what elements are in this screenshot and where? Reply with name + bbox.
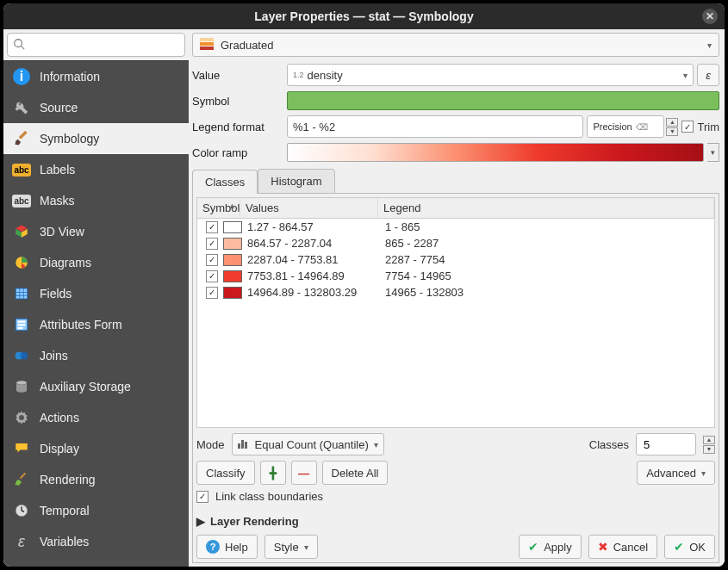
tab-classes[interactable]: Classes: [192, 170, 258, 194]
row-legend[interactable]: 7754 - 14965: [382, 269, 709, 283]
tab-histogram[interactable]: Histogram: [258, 169, 334, 193]
row-swatch[interactable]: [223, 254, 242, 266]
table-row[interactable]: ✓14964.89 - 132803.2914965 - 132803: [197, 284, 714, 300]
precision-select[interactable]: Precision ⌫: [587, 115, 664, 138]
svg-rect-9: [18, 321, 26, 323]
row-swatch[interactable]: [223, 238, 242, 250]
sidebar: i Information Source Symbology abc: [3, 29, 189, 567]
delete-all-button[interactable]: Delete All: [322, 461, 389, 485]
clear-icon[interactable]: ⌫: [636, 122, 648, 132]
row-swatch[interactable]: [223, 221, 242, 233]
nav-joins[interactable]: Joins: [3, 340, 189, 371]
spinner-up-icon[interactable]: ▲: [666, 118, 678, 127]
col-legend[interactable]: Legend: [378, 198, 714, 218]
layer-rendering-label: Layer Rendering: [210, 515, 299, 528]
tabs: Classes Histogram: [192, 169, 719, 194]
row-checkbox[interactable]: ✓: [206, 287, 218, 299]
nav-actions[interactable]: Actions: [3, 402, 189, 433]
expression-button[interactable]: ε: [697, 64, 719, 86]
spinner-down-icon[interactable]: ▼: [666, 127, 678, 136]
svg-rect-25: [245, 442, 247, 449]
value-field-select[interactable]: 1.2 density ▾: [287, 64, 694, 86]
row-legend[interactable]: 14965 - 132803: [382, 285, 709, 300]
close-icon[interactable]: ✕: [702, 9, 718, 24]
nav-rendering[interactable]: Rendering: [3, 464, 189, 495]
svg-point-13: [21, 352, 28, 360]
col-values[interactable]: Values: [240, 198, 378, 218]
nav-3dview[interactable]: 3D View: [3, 216, 189, 247]
row-checkbox[interactable]: ✓: [206, 221, 218, 233]
row-checkbox[interactable]: ✓: [206, 238, 218, 250]
precision-spinner[interactable]: ▲ ▼: [666, 118, 678, 136]
nav-label: Display: [40, 442, 79, 455]
row-legend[interactable]: 2287 - 7754: [382, 252, 709, 267]
nav-labels[interactable]: abc Labels: [3, 154, 189, 185]
link-boundaries-checkbox[interactable]: ✓: [196, 491, 208, 503]
spinner-up-icon[interactable]: ▲: [703, 436, 715, 444]
gear-icon: [12, 408, 31, 427]
precision-control: Precision ⌫ ▲ ▼: [587, 115, 678, 138]
spinner-down-icon[interactable]: ▼: [703, 445, 715, 454]
row-values[interactable]: 1.27 - 864.57: [244, 220, 382, 234]
remove-class-button[interactable]: —: [291, 461, 317, 485]
classes-spinner[interactable]: ▲ ▼: [703, 436, 715, 454]
table-row[interactable]: ✓2287.04 - 7753.812287 - 7754: [197, 251, 714, 268]
row-swatch[interactable]: [223, 287, 242, 299]
nav-masks[interactable]: abc Masks: [3, 185, 189, 216]
svg-rect-22: [200, 46, 214, 50]
style-button[interactable]: Style ▾: [264, 535, 318, 559]
joins-icon: [12, 346, 31, 365]
help-button[interactable]: ? Help: [196, 535, 258, 559]
apply-button[interactable]: ✔ Apply: [519, 535, 582, 559]
layer-rendering-group[interactable]: ▶ Layer Rendering: [196, 515, 715, 528]
plus-icon: ╋: [270, 467, 277, 480]
row-checkbox[interactable]: ✓: [206, 270, 218, 282]
row-values[interactable]: 14964.89 - 132803.29: [244, 285, 382, 300]
ok-button[interactable]: ✔ OK: [664, 535, 715, 559]
cancel-button[interactable]: ✖ Cancel: [588, 535, 657, 559]
classes-count-input[interactable]: [636, 433, 696, 455]
row-checkbox[interactable]: ✓: [206, 254, 218, 266]
classes-table[interactable]: Symbol ▲ Values Legend ✓1.27 - 864.571 -…: [196, 197, 715, 428]
row-values[interactable]: 2287.04 - 7753.81: [244, 252, 382, 267]
nav-source[interactable]: Source: [3, 92, 189, 123]
table-row[interactable]: ✓7753.81 - 14964.897754 - 14965: [197, 268, 714, 284]
advanced-button[interactable]: Advanced ▾: [637, 461, 715, 485]
cube-icon: [12, 222, 31, 241]
nav-label: Auxiliary Storage: [40, 380, 131, 393]
color-ramp-menu[interactable]: ▾: [707, 143, 719, 162]
add-class-button[interactable]: ╋: [260, 461, 286, 485]
renderer-select[interactable]: Graduated ▾: [192, 33, 719, 57]
nav-display[interactable]: Display: [3, 433, 189, 464]
nav-information[interactable]: i Information: [3, 61, 189, 92]
symbol-preview[interactable]: [287, 91, 719, 110]
row-values[interactable]: 7753.81 - 14964.89: [244, 269, 382, 283]
nav-fields[interactable]: Fields: [3, 278, 189, 309]
row-swatch[interactable]: [223, 270, 242, 282]
row-values[interactable]: 864.57 - 2287.04: [244, 236, 382, 251]
table-row[interactable]: ✓1.27 - 864.571 - 865: [197, 219, 714, 235]
nav-temporal[interactable]: Temporal: [3, 495, 189, 526]
chevron-down-icon: ▾: [701, 468, 706, 478]
nav-symbology[interactable]: Symbology: [3, 123, 189, 154]
bottom-bar: ? Help Style ▾ ✔ Apply ✖ Cancel: [196, 535, 715, 559]
trim-checkbox[interactable]: ✓: [681, 121, 694, 133]
col-symbol[interactable]: Symbol ▲: [197, 198, 240, 218]
color-ramp-select[interactable]: [287, 143, 704, 162]
classify-button[interactable]: Classify: [196, 461, 255, 485]
nav-variables[interactable]: ε Variables: [3, 526, 189, 557]
mode-select[interactable]: Equal Count (Quantile) ▾: [232, 433, 384, 455]
chevron-down-icon: ▾: [374, 440, 378, 449]
row-legend[interactable]: 1 - 865: [382, 220, 709, 234]
nav-auxiliary[interactable]: Auxiliary Storage: [3, 371, 189, 402]
svg-point-14: [16, 381, 27, 385]
legend-format-input[interactable]: %1 - %2: [287, 115, 583, 138]
nav-attributes-form[interactable]: Attributes Form: [3, 309, 189, 340]
search-input[interactable]: [7, 33, 185, 57]
value-field-name: density: [308, 69, 343, 82]
row-legend[interactable]: 865 - 2287: [382, 236, 709, 251]
nav-diagrams[interactable]: Diagrams: [3, 247, 189, 278]
classes-count-label: Classes: [589, 438, 629, 451]
table-row[interactable]: ✓864.57 - 2287.04865 - 2287: [197, 235, 714, 251]
classes-value[interactable]: [642, 437, 681, 452]
